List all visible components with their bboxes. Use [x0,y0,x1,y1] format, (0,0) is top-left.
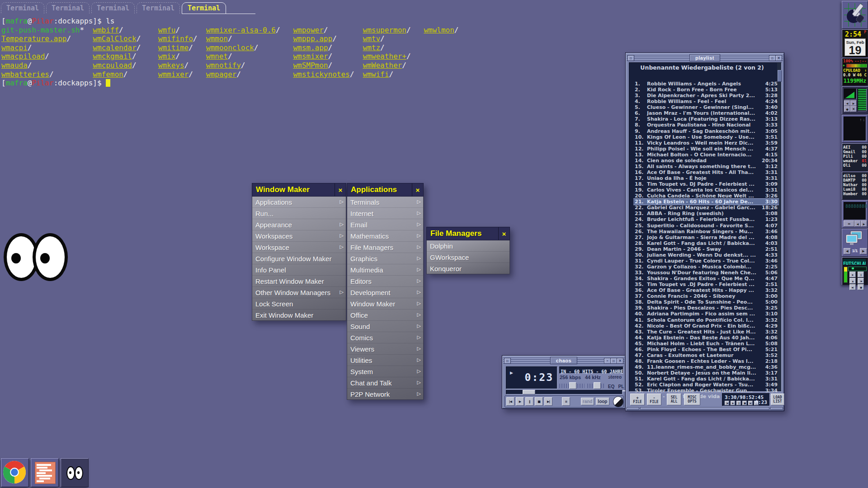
stop-button[interactable]: ■ [535,397,543,406]
playlist-row[interactable]: 31.Cyndi Lauper - True Colors - True Col… [633,258,779,264]
menu-item-workspace[interactable]: Workspace▷ [252,242,346,253]
dock-tile-network-monitor[interactable]: ↑ ↓ [842,115,868,143]
mute-button[interactable]: × [850,106,857,112]
playlist-row[interactable]: 38.Delta Spirit - Ode To Sunshine - Peo.… [633,299,779,305]
playlist-row[interactable]: 50.Norbert Detaye - Jesus on the Main li… [633,370,779,376]
playlist-row[interactable]: 11.Vicky Leandros - Weil mein Herz Dic..… [633,140,779,146]
playlist-titlebar[interactable]: ▫ playlist ▫ × [627,54,783,61]
menu-item-konqueror[interactable]: Konqueror [427,263,509,274]
playlist-row[interactable]: 40.Adriana Partimpim - Fico assim sem ..… [633,311,779,317]
playlist-row[interactable]: 39.Shakira - Pies Descalzos - Pies Desc.… [633,305,779,311]
balance-slider[interactable] [587,384,605,388]
dock-tile-mail-checker-1[interactable]: AEI00Gmail00Pili00wmaker01Oli00 [842,143,868,171]
playlist-row[interactable]: 46.Pink Floyd - Echoes - The Best Of Pi.… [633,347,779,352]
dock-tile-calclock[interactable]: 2:54 P Sun, Feb 19 [842,29,868,57]
play-button[interactable]: ▶ [849,272,856,277]
list-button[interactable]: ≡ [562,397,570,406]
menu-item-email[interactable]: Email▷ [347,219,423,230]
menu-item-sound[interactable]: Sound▷ [347,321,423,332]
menu-item-comics[interactable]: Comics▷ [347,332,423,343]
menu-item-viewers[interactable]: Viewers▷ [347,343,423,355]
window-menu-icon[interactable]: ▫ [627,55,634,61]
menu-item-gworkspace[interactable]: GWorkspace [427,252,509,263]
close-icon[interactable]: × [335,183,346,196]
terminal-tab[interactable]: Terminal [182,2,226,14]
playlist-row[interactable]: 17.Uniao da Ilha - É hoje3:31 [633,175,779,181]
menu-item-configure-window-maker[interactable]: Configure Window Maker [252,253,346,264]
record-button[interactable]: ● [844,106,850,112]
playlist-row[interactable]: 26.The Hawaiian Rainbow Singers - Mu...3… [633,229,779,235]
next-button[interactable]: ▶ [861,221,867,227]
volume-slider[interactable] [559,384,585,388]
playlist-row[interactable]: 41.Schola Cantorum do Pontifício Col. I.… [633,317,779,323]
menu-item-system[interactable]: System▷ [347,366,423,377]
playlist-row[interactable]: 35.Tim Toupet vs .DJ Padre - Feierbiest … [633,282,779,287]
playlist-row[interactable]: 30.Juliane Werding - Wenn Du denkst... .… [633,252,779,258]
playlist-row[interactable]: 33.Youssou N'Dour featuring Neneh Che...… [633,270,779,276]
close-icon[interactable]: × [412,183,423,196]
menu-item-workspaces[interactable]: Workspaces▷ [252,230,346,242]
dock-tile-mini-player[interactable]: EUTSCHLAN ▶‖▲|◀▶|■ [842,257,868,285]
menu-item-internet[interactable]: Internet▷ [347,208,423,219]
menu-item-chat-and-talk[interactable]: Chat and Talk▷ [347,377,423,389]
play-button[interactable]: ▶ [516,397,524,406]
terminal-tab[interactable]: Terminal [46,2,90,14]
prev-button[interactable]: |◀ [725,401,729,405]
clip-tile-chrome[interactable] [1,458,29,487]
close-icon[interactable]: × [498,227,509,240]
mini-player-progress[interactable] [848,267,867,271]
mixer-level-slider[interactable] [858,89,867,111]
menu-item-run[interactable]: Run... [252,208,346,219]
audio-player-window[interactable]: ▫ chaos – ▫ × ▶ 0:23 IN - 60 HITS - 60 J… [502,355,626,409]
playlist-row[interactable]: 28.Karel Gott - Fang das Licht / Babicka… [633,240,779,246]
playlist-row[interactable]: 6.Jason Mraz - I'm Yours (International.… [633,110,779,116]
remove-file-button[interactable]: - FILE [647,394,661,405]
playlist-row[interactable]: 52.Eric Clapton and Roger Waters - Tsu..… [633,382,779,388]
resize-handle-right[interactable] [770,407,783,410]
playlist-row[interactable]: 32.Garzon y Collazos - Musica Colombi...… [633,264,779,270]
player-titlebar[interactable]: ▫ chaos – ▫ × [503,357,624,364]
pause-button[interactable]: ‖ [858,272,864,277]
terminal-output[interactable]: [mafra@Pilar:dockapps]$ lsgit-push-maste… [1,17,459,88]
playlist-row[interactable]: 44.Katja Ebstein - Das Beste Aus 40 Jah.… [633,335,779,341]
menu-item-window-maker[interactable]: Window Maker▷ [347,298,423,310]
playlist-row[interactable]: 3.Die Alpenkracher - Apres Ski Party 2..… [633,93,779,99]
playlist-row[interactable]: 45.Michael Holm - Liebt Euch - Tränen L.… [633,341,779,347]
playlist-row[interactable]: 51.Karel Gott - Fang das Licht / Babicka… [633,376,779,382]
playlist-row[interactable]: 24.Bruder Leichtfuß - Feierbiest Fussba.… [633,216,779,222]
select-all-button[interactable]: SEL ALL [667,394,681,405]
menu-item-dolphin[interactable]: Dolphin [427,240,509,252]
dock-tile-power-monitor[interactable]: 100% --:-- ▸ CPULOAD ↓ 0.0 W 46 C 1199MH… [842,58,868,86]
prev-button[interactable]: ◀ [854,221,861,227]
resize-handle-left[interactable] [627,407,639,410]
window-menu-icon[interactable]: ▫ [504,358,511,364]
playlist-row[interactable]: 13.Michael Bolton - O Clone Internacio..… [633,152,779,158]
menu-item-development[interactable]: Development▷ [347,287,423,298]
menu-item-info-panel[interactable]: Info Panel [252,264,346,276]
playlist-row[interactable]: 42.Nicole - Best Of Grand Prix - Ein biß… [633,323,779,329]
menu-item-graphics[interactable]: Graphics▷ [347,253,423,264]
next-button[interactable]: ▶| [849,284,856,290]
dock-tile-lcd-display[interactable]: 88888888 ∞ ◀ ▶ [842,200,868,228]
workspace-next-button[interactable]: ▶ [860,248,867,254]
mini-player-volume-bar[interactable] [844,267,848,283]
playlist-window[interactable]: ▫ playlist ▫ × Unbenannte Wiedergabelist… [625,52,784,411]
playlist-row[interactable]: 48.Frank Goosen - Echtes Leder - Was I..… [633,358,779,364]
playlist-row[interactable]: 1.Robbie Williams - Angels - Angels4:25 [633,81,779,87]
resize-handle-bar[interactable] [627,407,783,410]
menu-item-file-managers[interactable]: File Managers▷ [347,242,423,253]
dock-tile-mail-checker-2[interactable]: dilso00DAMTP00Nathar00Lumi800Humber00 [842,172,868,200]
menu-item-appearance[interactable]: Appearance▷ [252,219,346,230]
menu-item-utilities[interactable]: Utilities▷ [347,355,423,366]
menu-item-restart-window-maker[interactable]: Restart Window Maker [252,276,346,287]
close-icon[interactable]: × [617,358,623,364]
add-file-button[interactable]: + FILE [630,394,645,405]
channel-right-button[interactable]: ▶ [850,100,857,106]
dock-tile-wmaker-logo[interactable] [842,1,868,29]
volume-slider-thumb[interactable] [569,382,576,389]
playlist-row[interactable]: 16.Ace Of Base - Greatest Hits - All Tha… [633,169,779,175]
menu-item-mathematics[interactable]: Mathematics▷ [347,230,423,242]
workspace-prev-button[interactable]: ◀ [844,248,851,254]
next-button[interactable]: ▶| [748,401,753,405]
menu-item-applications[interactable]: Applications▷ [252,197,346,208]
